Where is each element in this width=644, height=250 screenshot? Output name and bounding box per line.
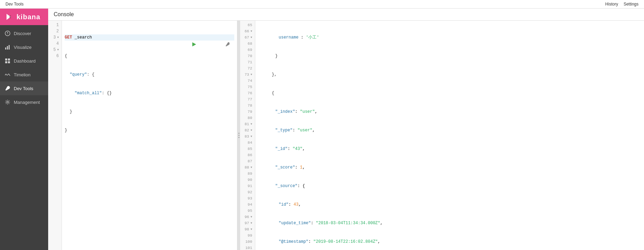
- svg-rect-8: [9, 45, 10, 50]
- editor-code-area[interactable]: GET _search: [62, 21, 237, 250]
- divider-dot-3: [238, 137, 239, 138]
- out-ln-94: 94: [240, 202, 255, 208]
- out-ln-98: 98 ▼: [240, 226, 255, 232]
- output-line-65: username : '小工': [258, 34, 641, 41]
- out-ln-85: 85: [240, 146, 255, 152]
- settings-link[interactable]: Settings: [624, 2, 638, 7]
- output-line-73: "_source": {: [258, 183, 641, 189]
- code-line-3: "query": {: [65, 72, 234, 78]
- out-ln-80: 80: [240, 115, 255, 121]
- out-ln-96: 96 ▼: [240, 214, 255, 220]
- editor-content[interactable]: 1 2 3▼ 4 5▼ 6 GET _search: [48, 21, 237, 250]
- gear-icon: [5, 99, 10, 105]
- out-ln-89: 89: [240, 171, 255, 177]
- out-ln-66: 66 ▼: [240, 28, 255, 34]
- svg-marker-4: [7, 32, 8, 33]
- out-ln-70: 70: [240, 53, 255, 59]
- code-line-2: {: [65, 53, 234, 59]
- out-ln-86: 86: [240, 152, 255, 158]
- editor-layout: 1 2 3▼ 4 5▼ 6 GET _search: [48, 21, 644, 250]
- divider-dot-2: [238, 135, 239, 136]
- svg-point-16: [226, 45, 226, 46]
- sidebar-item-visualize-label: Visualize: [14, 45, 32, 50]
- out-ln-97: 97 ▼: [240, 220, 255, 226]
- sidebar-item-timelion[interactable]: Timelion: [0, 68, 48, 81]
- code-line-6: }: [65, 127, 234, 133]
- output-line-68: {: [258, 90, 641, 96]
- sidebar-item-management[interactable]: Management: [0, 95, 48, 109]
- code-line-1: GET _search: [65, 34, 234, 41]
- out-ln-99: 99: [240, 232, 255, 239]
- svg-marker-5: [7, 33, 8, 35]
- divider-dots: [238, 133, 239, 138]
- svg-rect-7: [7, 46, 8, 50]
- top-bar-title: Dev Tools: [6, 2, 23, 7]
- sidebar-item-discover[interactable]: Discover: [0, 26, 48, 40]
- sidebar-item-timelion-label: Timelion: [14, 72, 31, 77]
- top-bar: Dev Tools History Settings: [0, 0, 644, 9]
- out-ln-84: 84: [240, 140, 255, 146]
- tools-button[interactable]: [200, 36, 232, 54]
- svg-rect-6: [5, 47, 6, 50]
- out-ln-77: 77: [240, 96, 255, 102]
- output-line-70: "_type": "user",: [258, 127, 641, 133]
- out-ln-75: 75: [240, 84, 255, 90]
- out-ln-69: 69: [240, 47, 255, 53]
- pane-divider[interactable]: [237, 21, 240, 250]
- out-ln-68: 68: [240, 41, 255, 47]
- compass-icon: [5, 31, 10, 36]
- sidebar: kibana Discover Visualize: [0, 9, 48, 250]
- sidebar-logo: kibana: [0, 9, 48, 25]
- output-line-72: "_score": 1,: [258, 164, 641, 171]
- output-line-69: "_index": "user",: [258, 109, 641, 115]
- console-title: Console: [54, 11, 74, 17]
- out-ln-93: 93: [240, 195, 255, 202]
- main-layout: kibana Discover Visualize: [0, 9, 644, 250]
- sidebar-item-management-label: Management: [14, 100, 40, 105]
- kibana-logo-icon: [4, 12, 14, 22]
- sidebar-item-devtools[interactable]: Dev Tools: [0, 81, 48, 95]
- output-line-66: }: [258, 53, 641, 59]
- code-line-5: }: [65, 109, 234, 115]
- sidebar-logo-text: kibana: [17, 13, 40, 21]
- sidebar-nav: Discover Visualize Dashboard: [0, 25, 48, 109]
- output-line-67: },: [258, 72, 641, 78]
- line-number-3: 3▼: [48, 34, 62, 41]
- svg-rect-10: [8, 58, 10, 61]
- out-ln-92: 92: [240, 189, 255, 195]
- out-ln-83: 83 ▼: [240, 133, 255, 140]
- svg-rect-9: [5, 58, 7, 61]
- svg-point-14: [7, 101, 9, 103]
- out-ln-76: 76: [240, 90, 255, 96]
- sidebar-item-devtools-label: Dev Tools: [14, 86, 33, 91]
- out-ln-95: 95: [240, 208, 255, 214]
- output-line-74: "id": 43,: [258, 202, 641, 208]
- line-number-6: 6: [48, 53, 62, 59]
- history-link[interactable]: History: [605, 2, 618, 7]
- out-ln-71: 71: [240, 59, 255, 65]
- out-ln-91: 91: [240, 183, 255, 189]
- wave-icon: [5, 72, 10, 77]
- out-ln-65: 65: [240, 22, 255, 28]
- out-ln-78: 78: [240, 102, 255, 109]
- line-number-4: 4: [48, 41, 62, 47]
- run-button[interactable]: [166, 36, 198, 54]
- svg-marker-15: [192, 42, 196, 46]
- out-ln-81: 81 ▼: [240, 121, 255, 127]
- svg-rect-11: [5, 61, 7, 63]
- svg-point-13: [6, 89, 7, 90]
- out-ln-73: 73 ▼: [240, 72, 255, 78]
- output-pane[interactable]: 65 66 ▼ 67 ▼ 68 69 70 71 72 73 ▼ 74 75 7…: [240, 21, 644, 250]
- sidebar-item-dashboard[interactable]: Dashboard: [0, 54, 48, 68]
- editor-toolbar: [166, 36, 232, 54]
- top-bar-actions: History Settings: [605, 2, 638, 7]
- out-ln-79: 79: [240, 109, 255, 115]
- sidebar-item-dashboard-label: Dashboard: [14, 58, 36, 64]
- line-number-2: 2: [48, 28, 62, 34]
- sidebar-item-visualize[interactable]: Visualize: [0, 40, 48, 54]
- svg-rect-12: [8, 61, 10, 63]
- wrench-icon: [5, 86, 10, 91]
- bar-chart-icon: [5, 44, 10, 50]
- out-ln-100: 100: [240, 239, 255, 245]
- out-ln-74: 74: [240, 78, 255, 84]
